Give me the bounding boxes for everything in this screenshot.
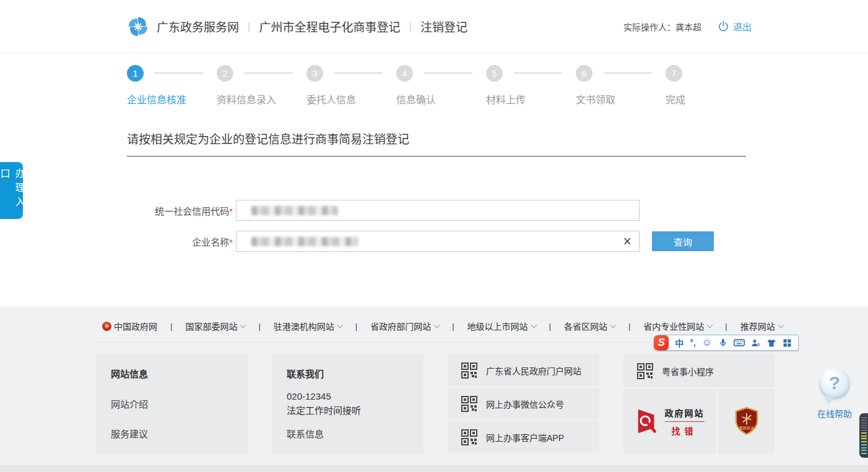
entry-side-tab[interactable]: 办理入口 [0, 162, 23, 219]
operator-label: 实际操作人：龚本超 [623, 20, 701, 33]
app-name: 广州市全程电子化商事登记 [259, 18, 400, 35]
step-1: 1 企业信息核准 [127, 64, 217, 106]
party-gov-shield-badge[interactable]: 党政机关 [718, 389, 775, 453]
required-asterisk: * [229, 237, 233, 247]
step-6-circle: 6 [576, 65, 592, 82]
badges-box: 粤省事小程序 政府网站 找错 [623, 354, 775, 453]
gdzwfw-pinwheel-logo-icon [127, 15, 149, 38]
step-4: 4 信息确认 [396, 64, 486, 106]
step-connector [245, 72, 293, 74]
main-content: 请按相关规定为企业的登记信息进行商事简易注销登记 统一社会信用代码* 企业名称*… [0, 130, 868, 252]
edge-stripes-yellow [861, 432, 867, 442]
step-4-label: 信息确认 [396, 92, 486, 106]
query-button[interactable]: 查询 [652, 231, 714, 251]
link-special-sites[interactable]: 省内专业性网站 [643, 320, 712, 332]
step-5-label: 材料上传 [486, 92, 576, 106]
header: 广东政务服务网 | 广州市全程电子化商事登记 | 注销登记 实际操作人：龚本超 … [0, 0, 868, 53]
site-info-box: 网站信息 网站介绍 服务建议 [96, 354, 248, 453]
online-help-widget[interactable]: ? 在线帮助 [811, 368, 858, 419]
ime-mic-icon[interactable] [718, 338, 727, 348]
qr-client-app[interactable]: 网上办事客户端APP [448, 421, 599, 453]
site-intro-link[interactable]: 网站介绍 [111, 397, 233, 410]
company-name-input[interactable]: × [236, 231, 640, 252]
link-separator: | [628, 322, 630, 331]
qr-code-icon [461, 363, 477, 379]
page: 广东政务服务网 | 广州市全程电子化商事登记 | 注销登记 实际操作人：龚本超 … [0, 0, 868, 472]
step-7-label: 完成 [666, 92, 685, 106]
company-name-label: 企业名称* [127, 235, 236, 248]
error-report-line1: 政府网站 [665, 406, 705, 422]
link-separator: | [725, 322, 727, 331]
page-title: 注销登记 [420, 18, 467, 35]
lookup-form: 统一社会信用代码* 企业名称* × 查询 [127, 200, 868, 252]
link-separator: | [452, 322, 454, 331]
service-suggestion-link[interactable]: 服务建议 [111, 427, 233, 440]
step-connector [604, 72, 652, 74]
qr-wechat-account[interactable]: 网上办事微信公众号 [448, 388, 599, 419]
qr-code-icon [637, 363, 653, 379]
svg-text:党政机关: 党政机关 [739, 426, 754, 431]
help-balloon-icon[interactable]: ? [819, 368, 850, 399]
qr-mini-program[interactable]: 粤省事小程序 [623, 354, 775, 387]
error-report-line2: 找错 [665, 424, 705, 437]
step-6: 6 文书领取 [576, 64, 666, 106]
ime-chinese-mode-icon[interactable]: 中 [675, 337, 684, 349]
header-right: 实际操作人：龚本超 退出 [623, 20, 752, 33]
gov-links-row: ★中国政府网 | 国家部委网站 | 驻港澳机构网站 | 省政府部门网站 | 地级… [0, 306, 868, 332]
credit-code-label: 统一社会信用代码* [127, 204, 236, 217]
contact-box: 联系我们 020-12345 法定工作时间接听 联系信息 [272, 354, 423, 453]
qr-code-icon [461, 429, 477, 445]
logout-button[interactable]: 退出 [733, 20, 752, 33]
chevron-down-icon [778, 322, 784, 328]
step-7-circle: 7 [666, 65, 682, 82]
chevron-down-icon [240, 322, 246, 328]
link-ministries[interactable]: 国家部委网站 [185, 320, 245, 332]
badges-bottom-row: 政府网站 找错 党政机关 [623, 389, 775, 453]
form-instruction: 请按相关规定为企业的登记信息进行商事简易注销登记 [127, 130, 868, 147]
link-province-sites[interactable]: 各省区网站 [564, 320, 615, 332]
ime-toolbox-icon[interactable] [783, 338, 792, 348]
step-5-circle: 5 [486, 65, 503, 82]
link-separator: | [170, 322, 172, 331]
step-2: 2 资料信息录入 [217, 64, 306, 106]
link-provincial-depts[interactable]: 省政府部门网站 [370, 320, 439, 332]
gov-site-error-report-badge[interactable]: 政府网站 找错 [623, 389, 716, 453]
contact-heading: 联系我们 [287, 367, 409, 380]
ime-skin-icon[interactable] [766, 338, 776, 348]
link-china-gov[interactable]: ★中国政府网 [102, 320, 157, 332]
company-name-row: 企业名称* × 查询 [127, 231, 868, 252]
national-emblem-icon: ★ [102, 322, 111, 331]
edge-stripes-teal [861, 444, 867, 454]
sogou-ime-toolbar[interactable]: S 中 °, ☺ [657, 335, 799, 351]
step-2-circle: 2 [217, 65, 233, 82]
step-connector [334, 72, 383, 74]
site-info-heading: 网站信息 [111, 367, 233, 380]
step-connector [424, 72, 472, 74]
brand: 广东政务服务网 | 广州市全程电子化商事登记 | 注销登记 [127, 15, 467, 38]
clear-icon[interactable]: × [623, 233, 631, 250]
link-separator: | [355, 322, 357, 331]
link-city-sites[interactable]: 地级以上市网站 [467, 320, 536, 332]
power-icon[interactable] [718, 20, 729, 32]
link-hk-macau[interactable]: 驻港澳机构网站 [274, 320, 342, 332]
ime-emoji-icon[interactable]: ☺ [702, 337, 712, 348]
ime-punctuation-icon[interactable]: °, [690, 338, 696, 348]
ime-handwriting-icon[interactable] [751, 338, 760, 348]
step-3: 3 委托人信息 [306, 64, 396, 106]
ime-keyboard-icon[interactable] [734, 338, 745, 347]
chevron-down-icon [610, 322, 617, 328]
step-5: 5 材料上传 [486, 64, 576, 106]
credit-code-input[interactable] [236, 200, 640, 221]
contact-info-link[interactable]: 联系信息 [287, 427, 409, 440]
chevron-down-icon [707, 322, 713, 328]
link-recommended[interactable]: 推荐网站 [740, 320, 783, 332]
footer-columns: 网站信息 网站介绍 服务建议 联系我们 020-12345 法定工作时间接听 联… [96, 354, 775, 453]
company-name-masked-value [251, 237, 358, 246]
error-report-flag-icon [636, 407, 659, 436]
step-1-circle: 1 [127, 65, 144, 82]
step-1-label: 企业信息核准 [127, 92, 217, 106]
help-label: 在线帮助 [811, 407, 858, 419]
qr-gov-portal[interactable]: 广东省人民政府门户网站 [448, 354, 599, 386]
edge-panel-widget[interactable] [859, 413, 868, 458]
sogou-logo-icon[interactable]: S [654, 335, 669, 350]
